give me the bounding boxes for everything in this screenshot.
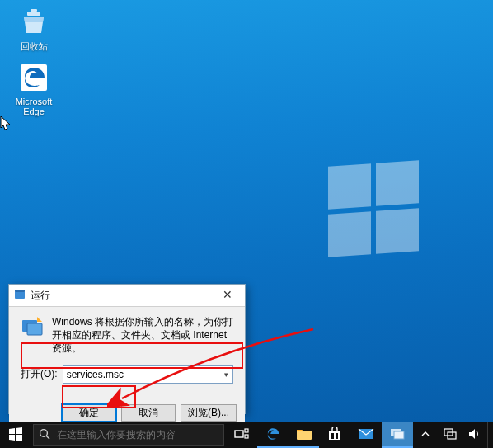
taskbar — [0, 422, 493, 448]
folder-icon — [296, 427, 312, 443]
run-dialog-icon — [14, 289, 26, 303]
svg-rect-0 — [27, 12, 40, 16]
taskbar-search[interactable] — [33, 424, 224, 446]
edge-icon — [265, 426, 281, 445]
taskbar-app-edge[interactable] — [257, 422, 289, 448]
run-dialog: 运行 ✕ Windows 将根据你所输入的名称，为你打开相应的程序、文件夹、文档… — [8, 284, 246, 414]
chevron-up-icon — [421, 429, 430, 441]
taskbar-app-store[interactable] — [319, 422, 350, 448]
run-dialog-titlebar[interactable]: 运行 ✕ — [9, 285, 245, 307]
svg-rect-4 — [15, 290, 25, 292]
svg-rect-10 — [245, 429, 248, 432]
svg-rect-19 — [394, 431, 404, 439]
tray-chevron[interactable] — [413, 422, 438, 448]
close-button[interactable]: ✕ — [214, 287, 242, 304]
svg-rect-15 — [331, 436, 334, 439]
task-view-button[interactable] — [226, 422, 257, 448]
open-dropdown-button[interactable]: ▾ — [219, 370, 232, 379]
svg-line-8 — [46, 436, 49, 439]
browse-button[interactable]: 浏览(B)... — [181, 404, 237, 422]
desktop: 回收站 Microsoft Edge 运行 ✕ Windows 将根据你 — [0, 0, 493, 448]
ok-button[interactable]: 确定 — [62, 404, 116, 422]
run-description: Windows 将根据你所输入的名称，为你打开相应的程序、文件夹、文档或 Int… — [52, 315, 233, 356]
close-icon: ✕ — [223, 288, 232, 301]
recycle-bin-icon — [17, 5, 50, 38]
desktop-icon-label: 回收站 — [21, 41, 48, 51]
mail-icon — [358, 428, 374, 442]
network-icon — [444, 428, 457, 442]
svg-rect-13 — [331, 433, 334, 436]
show-desktop-button[interactable] — [487, 422, 493, 448]
run-dialog-title: 运行 — [31, 289, 214, 303]
volume-icon — [468, 428, 481, 442]
svg-rect-16 — [336, 436, 338, 439]
task-view-icon — [234, 428, 249, 442]
run-body-icon — [21, 315, 44, 356]
search-input[interactable] — [55, 428, 218, 441]
windows-logo — [328, 165, 420, 257]
svg-rect-1 — [31, 9, 37, 12]
desktop-icon-edge[interactable]: Microsoft Edge — [5, 61, 63, 116]
taskbar-app-mail[interactable] — [350, 422, 382, 448]
svg-rect-12 — [329, 431, 340, 440]
svg-point-7 — [40, 429, 47, 436]
store-icon — [327, 427, 342, 444]
windows-icon — [9, 427, 22, 443]
chevron-down-icon: ▾ — [224, 370, 228, 379]
svg-rect-11 — [245, 435, 248, 438]
mouse-cursor-icon — [0, 116, 12, 132]
run-icon — [390, 428, 405, 442]
svg-rect-14 — [336, 433, 338, 436]
open-label: 打开(O): — [21, 367, 58, 381]
tray-network[interactable] — [438, 422, 462, 448]
svg-rect-9 — [235, 431, 243, 437]
desktop-icon-label: Microsoft Edge — [16, 97, 53, 116]
desktop-icon-recycle-bin[interactable]: 回收站 — [5, 5, 63, 53]
start-button[interactable] — [0, 422, 31, 448]
taskbar-app-run[interactable] — [382, 422, 413, 448]
svg-rect-6 — [27, 323, 42, 335]
open-input[interactable] — [63, 367, 219, 382]
edge-icon — [17, 61, 50, 94]
taskbar-app-explorer[interactable] — [289, 422, 320, 448]
tray-volume[interactable] — [462, 422, 487, 448]
svg-rect-3 — [15, 291, 25, 299]
cancel-button[interactable]: 取消 — [121, 404, 176, 422]
search-icon — [39, 428, 50, 442]
